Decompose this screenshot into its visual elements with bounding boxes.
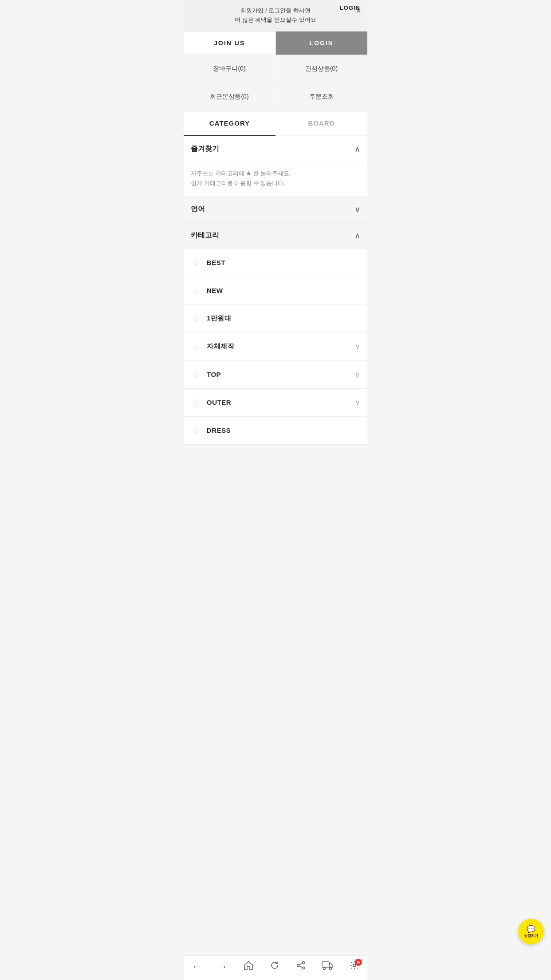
chevron-icon-outer: ∨ xyxy=(355,398,360,407)
wishlist-link[interactable]: 관심상품(0) xyxy=(276,55,367,83)
star-icon-best[interactable]: ☆ xyxy=(191,258,201,268)
notification-line1: 회원가입 / 로그인을 하시면 xyxy=(191,6,360,16)
tab-board[interactable]: BOARD xyxy=(276,111,367,136)
top-login-label: LOGIN xyxy=(340,4,360,11)
category-item-new[interactable]: ☆ NEW xyxy=(184,277,367,305)
category-section-title: 카테고리 xyxy=(191,231,219,240)
category-label-original: 자체제작 xyxy=(207,342,234,351)
language-section-header[interactable]: 언어 ∨ xyxy=(184,197,367,223)
notification-line2: 더 많은 혜택을 받으실수 있어요 xyxy=(191,16,360,25)
chevron-icon-top: ∨ xyxy=(355,370,360,379)
category-label-best: BEST xyxy=(207,259,225,266)
favorites-header[interactable]: 즐겨찾기 ∧ xyxy=(184,136,367,162)
favorites-hint-line2: 쉽게 카테고리를 이용할 수 있습니다. xyxy=(191,178,360,188)
tab-bar: CATEGORY BOARD xyxy=(184,111,367,136)
language-chevron-icon: ∨ xyxy=(354,205,360,214)
category-label-top: TOP xyxy=(207,371,221,378)
tab-category[interactable]: CATEGORY xyxy=(184,111,276,136)
notification-text: 회원가입 / 로그인을 하시면 더 많은 혜택을 받으실수 있어요 xyxy=(191,6,360,25)
favorites-chevron-icon: ∧ xyxy=(354,144,360,154)
notification-bar: 회원가입 / 로그인을 하시면 더 많은 혜택을 받으실수 있어요 × LOGI… xyxy=(184,0,367,32)
star-icon-10000[interactable]: ☆ xyxy=(191,314,201,324)
quick-links-grid: 장바구니(0) 관심상품(0) 최근본상품(0) 주문조회 xyxy=(184,55,367,111)
auth-buttons: JOIN US LOGIN xyxy=(184,32,367,55)
favorites-hint-line1: 자주쓰는 카테고리에 ★ 을 눌러주세요. xyxy=(191,169,360,178)
join-us-button[interactable]: JOIN US xyxy=(184,32,276,55)
category-item-top[interactable]: ☆ TOP ∨ xyxy=(184,361,367,389)
category-section-header[interactable]: 카테고리 ∧ xyxy=(184,223,367,249)
star-icon-top[interactable]: ☆ xyxy=(191,370,201,379)
category-item-outer[interactable]: ☆ OUTER ∨ xyxy=(184,389,367,417)
category-item-dress[interactable]: ☆ DRESS xyxy=(184,417,367,445)
star-icon-original[interactable]: ☆ xyxy=(191,342,201,352)
language-title: 언어 xyxy=(191,205,205,214)
chevron-icon-original: ∨ xyxy=(355,342,360,351)
category-item-10000[interactable]: ☆ 1만원대 xyxy=(184,305,367,333)
favorites-title: 즐겨찾기 xyxy=(191,144,219,154)
login-button[interactable]: LOGIN xyxy=(276,32,368,55)
category-label-dress: DRESS xyxy=(207,427,231,434)
recent-products-link[interactable]: 최근본상품(0) xyxy=(184,83,276,111)
category-label-new: NEW xyxy=(207,287,223,294)
favorites-section: 즐겨찾기 ∧ 자주쓰는 카테고리에 ★ 을 눌러주세요. 쉽게 카테고리를 이용… xyxy=(184,136,367,197)
category-list: ☆ BEST ☆ NEW ☆ 1만원대 ☆ 자체제작 ∨ xyxy=(184,249,367,445)
category-label-10000: 1만원대 xyxy=(207,314,231,323)
star-icon-new[interactable]: ☆ xyxy=(191,286,201,296)
order-inquiry-link[interactable]: 주문조회 xyxy=(276,83,367,111)
star-icon-dress[interactable]: ☆ xyxy=(191,426,201,435)
cart-link[interactable]: 장바구니(0) xyxy=(184,55,276,83)
category-item-best[interactable]: ☆ BEST xyxy=(184,249,367,277)
star-icon-outer[interactable]: ☆ xyxy=(191,398,201,407)
favorites-hint: 자주쓰는 카테고리에 ★ 을 눌러주세요. 쉽게 카테고리를 이용할 수 있습니… xyxy=(184,162,367,197)
category-chevron-icon: ∧ xyxy=(354,231,360,241)
category-label-outer: OUTER xyxy=(207,399,231,406)
category-item-original[interactable]: ☆ 자체제작 ∨ xyxy=(184,333,367,361)
